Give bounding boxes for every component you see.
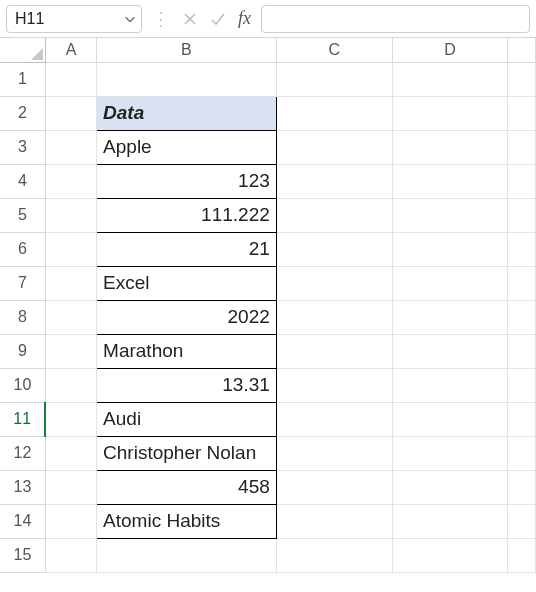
table-data-cell[interactable]: Apple: [97, 130, 277, 164]
fx-label[interactable]: fx: [236, 8, 253, 29]
table-data-cell[interactable]: 111.222: [97, 198, 277, 232]
cell[interactable]: [97, 538, 277, 572]
col-header-overflow[interactable]: [508, 38, 536, 62]
cell[interactable]: [276, 334, 392, 368]
row-header-3[interactable]: 3: [0, 130, 45, 164]
cell[interactable]: [508, 436, 536, 470]
cell[interactable]: [45, 504, 96, 538]
cell[interactable]: [97, 62, 277, 96]
col-header-D[interactable]: D: [392, 38, 508, 62]
cell[interactable]: [276, 198, 392, 232]
cell[interactable]: [508, 164, 536, 198]
cell[interactable]: [508, 266, 536, 300]
row-header-4[interactable]: 4: [0, 164, 45, 198]
cell[interactable]: [392, 504, 508, 538]
cell[interactable]: [508, 62, 536, 96]
cell[interactable]: [508, 198, 536, 232]
cell[interactable]: [276, 436, 392, 470]
cell[interactable]: [392, 538, 508, 572]
cell[interactable]: [508, 402, 536, 436]
row-header-6[interactable]: 6: [0, 232, 45, 266]
cell[interactable]: [392, 300, 508, 334]
cell[interactable]: [508, 538, 536, 572]
cell[interactable]: [276, 368, 392, 402]
cell[interactable]: [45, 538, 96, 572]
row-header-9[interactable]: 9: [0, 334, 45, 368]
cell[interactable]: [45, 62, 96, 96]
table-data-cell[interactable]: Christopher Nolan: [97, 436, 277, 470]
table-data-cell[interactable]: 13.31: [97, 368, 277, 402]
cell[interactable]: [276, 538, 392, 572]
cell[interactable]: [508, 334, 536, 368]
cell[interactable]: [276, 266, 392, 300]
row-header-5[interactable]: 5: [0, 198, 45, 232]
select-all-corner[interactable]: [0, 38, 45, 62]
cell[interactable]: [45, 368, 96, 402]
cell[interactable]: [276, 470, 392, 504]
cell[interactable]: [392, 436, 508, 470]
table-data-cell[interactable]: Audi: [97, 402, 277, 436]
cell[interactable]: [45, 130, 96, 164]
cell[interactable]: [45, 164, 96, 198]
cell[interactable]: [276, 402, 392, 436]
cell[interactable]: [392, 232, 508, 266]
row-header-8[interactable]: 8: [0, 300, 45, 334]
cell[interactable]: [508, 300, 536, 334]
table-data-cell[interactable]: Excel: [97, 266, 277, 300]
row-header-12[interactable]: 12: [0, 436, 45, 470]
row-header-13[interactable]: 13: [0, 470, 45, 504]
row-header-11[interactable]: 11: [0, 402, 45, 436]
cell[interactable]: [392, 266, 508, 300]
cell[interactable]: [392, 164, 508, 198]
table-data-cell[interactable]: 21: [97, 232, 277, 266]
col-header-A[interactable]: A: [45, 38, 96, 62]
cell[interactable]: [508, 130, 536, 164]
row-header-7[interactable]: 7: [0, 266, 45, 300]
cell[interactable]: [392, 62, 508, 96]
table-data-cell[interactable]: 458: [97, 470, 277, 504]
cell[interactable]: [45, 436, 96, 470]
row-header-2[interactable]: 2: [0, 96, 45, 130]
cell[interactable]: [45, 334, 96, 368]
cell[interactable]: [45, 402, 96, 436]
cell[interactable]: [276, 504, 392, 538]
cell[interactable]: [45, 198, 96, 232]
cell[interactable]: [276, 300, 392, 334]
cell[interactable]: [276, 164, 392, 198]
cell[interactable]: [392, 130, 508, 164]
cell[interactable]: [392, 96, 508, 130]
cell[interactable]: [276, 96, 392, 130]
cell[interactable]: [45, 266, 96, 300]
cell[interactable]: [392, 368, 508, 402]
cell[interactable]: [45, 96, 96, 130]
formula-input[interactable]: [261, 5, 530, 33]
row-header-1[interactable]: 1: [0, 62, 45, 96]
cell[interactable]: [45, 232, 96, 266]
row-header-10[interactable]: 10: [0, 368, 45, 402]
cell[interactable]: [508, 96, 536, 130]
cell[interactable]: [276, 62, 392, 96]
table-data-cell[interactable]: Marathon: [97, 334, 277, 368]
cell[interactable]: [276, 232, 392, 266]
cancel-button[interactable]: [180, 9, 200, 29]
cell[interactable]: [45, 300, 96, 334]
enter-button[interactable]: [208, 9, 228, 29]
cell[interactable]: [508, 504, 536, 538]
cell[interactable]: [392, 334, 508, 368]
row-header-14[interactable]: 14: [0, 504, 45, 538]
cell[interactable]: [392, 198, 508, 232]
table-data-cell[interactable]: 123: [97, 164, 277, 198]
row-header-15[interactable]: 15: [0, 538, 45, 572]
spreadsheet-grid[interactable]: A B C D 12Data3Apple41235111.2226217Exce…: [0, 38, 536, 573]
name-box[interactable]: H11: [6, 5, 142, 33]
table-data-cell[interactable]: Atomic Habits: [97, 504, 277, 538]
col-header-C[interactable]: C: [276, 38, 392, 62]
cell[interactable]: [392, 470, 508, 504]
cell[interactable]: [508, 470, 536, 504]
cell[interactable]: [276, 130, 392, 164]
col-header-B[interactable]: B: [97, 38, 277, 62]
table-header-cell[interactable]: Data: [97, 96, 277, 130]
cell[interactable]: [508, 368, 536, 402]
cell[interactable]: [392, 402, 508, 436]
table-data-cell[interactable]: 2022: [97, 300, 277, 334]
